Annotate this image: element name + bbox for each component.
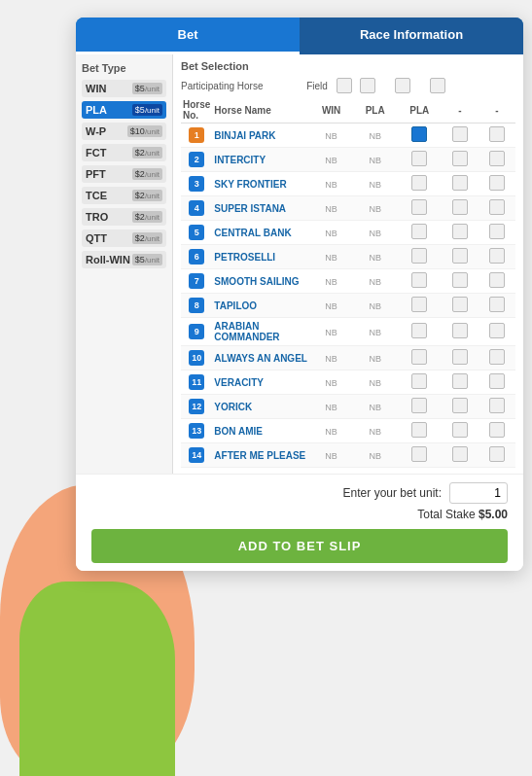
pla-cell: NB [353,419,398,443]
extra-checkbox-1[interactable] [489,199,505,215]
horse-checkbox[interactable] [411,349,427,365]
horse-table: Horse No. Horse Name WIN PLA PLA - - 1BI… [181,97,515,468]
horse-checkbox[interactable] [411,199,427,215]
extra-checkbox-1[interactable] [489,446,505,462]
horse-checkbox[interactable] [411,422,427,438]
horse-checkbox[interactable] [411,272,427,288]
horse-checkbox[interactable] [411,248,427,264]
bet-item-pla[interactable]: PLA $5/unit [82,101,166,119]
bet-item-qtt[interactable]: QTT $2/unit [82,229,166,247]
header-horse-name: Horse Name [212,97,309,123]
bet-item-pft[interactable]: PFT $2/unit [82,165,166,183]
win-cell: NB [309,123,353,148]
extra-checkbox-1[interactable] [489,422,505,438]
bet-amount-wp: $10/unit [127,125,162,137]
pla-checkbox-cell[interactable] [397,123,442,148]
horse-checkbox[interactable] [411,175,427,191]
extra-cell-0 [442,269,479,294]
horse-checkbox[interactable] [411,446,427,462]
extra-cell-0 [442,294,479,318]
extra-cell-1 [479,123,515,148]
extra-checkbox-1[interactable] [489,398,505,413]
table-row: 2INTERCITYNBNB [181,148,515,172]
pla-checkbox-cell[interactable] [397,294,442,318]
extra-checkbox-1[interactable] [489,248,505,264]
pla-checkbox-cell[interactable] [397,419,442,443]
pla-checkbox-cell[interactable] [397,172,442,196]
extra-checkbox-0[interactable] [452,323,468,338]
extra-checkbox-1[interactable] [489,175,505,191]
extra-checkbox-1[interactable] [489,272,505,288]
extra-cell-1 [479,419,515,443]
col-checkbox-3[interactable] [430,78,445,93]
extra-checkbox-0[interactable] [452,297,468,312]
extra-cell-0 [442,346,479,370]
extra-checkbox-0[interactable] [452,151,468,166]
pla-checkbox-cell[interactable] [397,318,442,346]
tab-header: Bet Race Information [76,18,523,54]
extra-checkbox-1[interactable] [489,349,505,365]
horse-checkbox[interactable] [411,151,427,166]
pla-checkbox-cell[interactable] [397,370,442,395]
extra-checkbox-1[interactable] [489,151,505,166]
extra-checkbox-0[interactable] [452,373,468,389]
horse-checkbox[interactable] [411,224,427,239]
pla-checkbox-cell[interactable] [397,148,442,172]
extra-checkbox-0[interactable] [452,224,468,239]
extra-checkbox-0[interactable] [452,248,468,264]
pla-checkbox-cell[interactable] [397,221,442,245]
extra-checkbox-0[interactable] [452,398,468,413]
bet-item-fct[interactable]: FCT $2/unit [82,144,166,161]
extra-checkbox-1[interactable] [489,224,505,239]
horse-name-cell: SUPER ISTANA [212,196,309,221]
footer-area: Enter your bet unit: Total Stake $5.00 A… [76,474,523,571]
horse-checkbox[interactable] [411,373,427,389]
extra-checkbox-0[interactable] [452,422,468,438]
extra-cell-0 [442,318,479,346]
field-checkbox[interactable] [337,78,352,93]
pla-checkbox-cell[interactable] [397,245,442,269]
header-pla2: PLA [397,97,442,123]
extra-cell-0 [442,196,479,221]
horse-checkbox[interactable] [411,323,427,338]
bet-item-rollwin[interactable]: Roll-WIN $5/unit [82,251,166,268]
bet-selection-panel: Bet Selection Participating Horse Field … [173,54,523,474]
horse-checkbox[interactable] [411,126,427,142]
extra-checkbox-0[interactable] [452,199,468,215]
extra-checkbox-0[interactable] [452,126,468,142]
horse-name-cell: SKY FRONTIER [212,172,309,196]
bet-amount-rollwin: $5/unit [132,254,162,265]
bet-unit-input[interactable] [449,482,508,504]
extra-cell-0 [442,148,479,172]
pla-checkbox-cell[interactable] [397,395,442,419]
add-bet-slip-button[interactable]: ADD TO BET SLIP [91,529,508,563]
bet-item-tro[interactable]: TRO $2/unit [82,208,166,226]
card-body: Bet Type WIN $5/unit PLA $5/unit W-P $10… [76,54,523,474]
horse-name-cell: YORICK [212,395,309,419]
pla-checkbox-cell[interactable] [397,346,442,370]
horse-checkbox[interactable] [411,398,427,413]
col-checkbox-2[interactable] [395,78,410,93]
bet-item-tce[interactable]: TCE $2/unit [82,187,166,204]
horse-checkbox[interactable] [411,297,427,312]
bet-item-wp[interactable]: W-P $10/unit [82,123,166,140]
bet-item-win[interactable]: WIN $5/unit [82,80,166,97]
win-cell: NB [309,269,353,294]
bet-name-tce: TCE [86,190,107,201]
win-cell: NB [309,221,353,245]
extra-checkbox-0[interactable] [452,175,468,191]
extra-checkbox-1[interactable] [489,373,505,389]
extra-checkbox-1[interactable] [489,126,505,142]
tab-bet[interactable]: Bet [76,18,300,54]
tab-race-info[interactable]: Race Information [300,18,523,54]
extra-cell-1 [479,269,515,294]
pla-checkbox-cell[interactable] [397,269,442,294]
extra-checkbox-0[interactable] [452,272,468,288]
col-checkbox-1[interactable] [360,78,375,93]
extra-checkbox-0[interactable] [452,349,468,365]
extra-checkbox-0[interactable] [452,446,468,462]
extra-checkbox-1[interactable] [489,323,505,338]
pla-checkbox-cell[interactable] [397,443,442,468]
pla-checkbox-cell[interactable] [397,196,442,221]
extra-checkbox-1[interactable] [489,297,505,312]
